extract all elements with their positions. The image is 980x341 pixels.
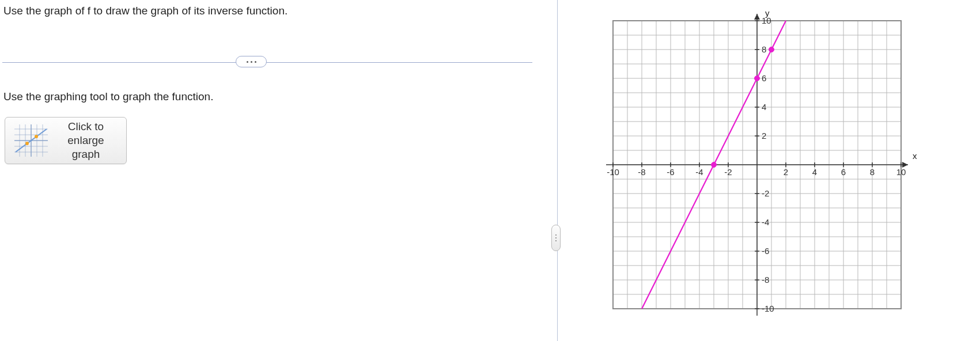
y-tick-label: 8 xyxy=(762,44,766,54)
y-tick-label: 4 xyxy=(762,102,766,112)
section-divider xyxy=(2,62,553,63)
enlarge-label-line3: graph xyxy=(57,147,115,161)
splitter-handle-icon[interactable] xyxy=(551,225,561,251)
ellipsis-dot-icon xyxy=(251,61,252,63)
more-options-button[interactable] xyxy=(236,56,267,67)
instruction-text: Use the graphing tool to graph the funct… xyxy=(3,90,553,103)
x-tick-label: -6 xyxy=(667,167,674,177)
divider-line xyxy=(2,62,532,63)
y-tick-label: -6 xyxy=(762,246,769,256)
x-tick-label: 2 xyxy=(784,167,788,177)
y-tick-label: 2 xyxy=(762,131,766,141)
splitter-line xyxy=(557,0,558,341)
ellipsis-dot-icon xyxy=(255,61,256,63)
panel-splitter[interactable] xyxy=(553,0,561,341)
svg-marker-59 xyxy=(754,14,760,20)
y-tick-label: -10 xyxy=(762,304,774,313)
svg-point-12 xyxy=(35,135,38,138)
question-prompt: Use the graph of f to draw the graph of … xyxy=(2,5,553,17)
function-point[interactable] xyxy=(769,47,774,52)
function-point[interactable] xyxy=(755,76,760,81)
y-tick-label: 6 xyxy=(762,73,766,83)
x-tick-label: 8 xyxy=(870,167,875,177)
x-axis-label: x xyxy=(913,151,917,161)
coordinate-graph[interactable]: -10-8-6-4-2246810-10-8-6-4-2246810yx xyxy=(596,3,918,326)
enlarge-label-line2: enlarge xyxy=(57,134,115,147)
enlarge-button-label: Click to enlarge graph xyxy=(57,120,115,161)
svg-point-11 xyxy=(25,142,29,145)
x-tick-label: -8 xyxy=(638,167,645,177)
x-tick-label: -4 xyxy=(695,167,703,177)
graph-panel: -10-8-6-4-2246810-10-8-6-4-2246810yx xyxy=(561,0,980,341)
x-tick-label: 4 xyxy=(812,167,817,177)
enlarge-label-line1: Click to xyxy=(57,120,115,134)
y-tick-label: -2 xyxy=(762,188,769,198)
x-tick-label: 6 xyxy=(841,167,846,177)
function-point[interactable] xyxy=(712,162,717,168)
x-tick-label: -2 xyxy=(724,167,732,177)
enlarge-graph-button[interactable]: Click to enlarge graph xyxy=(5,117,127,164)
y-axis-label: y xyxy=(765,8,770,18)
ellipsis-dot-icon xyxy=(247,61,248,63)
x-tick-label: 10 xyxy=(896,167,906,177)
graph-thumbnail-icon xyxy=(11,122,51,159)
question-panel: Use the graph of f to draw the graph of … xyxy=(0,0,553,341)
y-tick-label: -8 xyxy=(762,275,769,285)
y-tick-label: -4 xyxy=(762,217,769,227)
x-tick-label: -10 xyxy=(607,167,619,177)
